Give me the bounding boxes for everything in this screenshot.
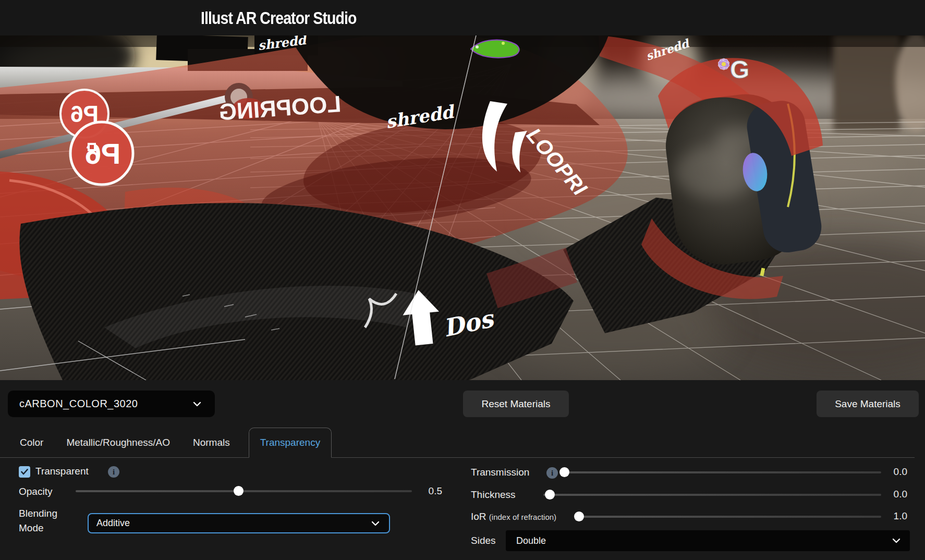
slider-track[interactable] bbox=[564, 471, 881, 473]
slider-thumb[interactable] bbox=[234, 486, 244, 496]
opacity-slider[interactable] bbox=[76, 486, 412, 496]
chevron-down-icon bbox=[193, 401, 201, 407]
thickness-label: Thickness bbox=[471, 489, 516, 501]
reset-materials-button[interactable]: Reset Materials bbox=[463, 391, 569, 417]
ior-slider[interactable] bbox=[579, 512, 881, 521]
thickness-value: 0.0 bbox=[881, 489, 907, 500]
chevron-down-icon bbox=[371, 521, 380, 526]
sides-select[interactable]: Double bbox=[506, 530, 910, 551]
app-window: Illust AR Creator Studio bbox=[0, 0, 925, 560]
material-select[interactable]: cARBON_COLOR_3020 bbox=[8, 391, 215, 417]
tab-color[interactable]: Color bbox=[8, 428, 55, 457]
g-decal-text: G bbox=[730, 56, 749, 83]
slider-thumb[interactable] bbox=[559, 467, 569, 477]
slider-track[interactable] bbox=[543, 494, 881, 496]
materials-panel: cARBON_COLOR_3020 Reset Materials Save M… bbox=[0, 380, 925, 560]
material-tabs: Color Metallic/Roughness/AO Normals Tran… bbox=[0, 428, 915, 458]
3d-viewport[interactable]: P6 P6 LOOPRING shredd shredd shredd LOOP… bbox=[0, 35, 925, 380]
3d-scene-canvas: P6 P6 LOOPRING shredd shredd shredd LOOP… bbox=[0, 35, 925, 380]
blending-mode-value: Additive bbox=[96, 518, 371, 529]
save-materials-button[interactable]: Save Materials bbox=[817, 391, 919, 417]
ior-label: IoR (index of refraction) bbox=[471, 511, 556, 522]
opacity-label: Opacity bbox=[19, 486, 52, 497]
transparent-label: Transparent bbox=[35, 466, 89, 477]
title-bar: Illust AR Creator Studio bbox=[0, 0, 925, 35]
blending-mode-select[interactable]: Additive bbox=[88, 513, 390, 533]
tab-normals[interactable]: Normals bbox=[181, 428, 241, 457]
opacity-value: 0.5 bbox=[407, 485, 442, 497]
info-icon[interactable]: i bbox=[546, 467, 558, 479]
transmission-slider[interactable] bbox=[564, 467, 881, 477]
tab-transparency[interactable]: Transparency bbox=[249, 428, 332, 458]
app-title: Illust AR Creator Studio bbox=[201, 8, 357, 29]
badge-text-large: P6 bbox=[85, 137, 121, 170]
ior-value: 1.0 bbox=[881, 510, 907, 522]
transmission-value: 0.0 bbox=[881, 466, 907, 478]
tab-metallic-roughness-ao[interactable]: Metallic/Roughness/AO bbox=[55, 428, 181, 457]
slider-thumb[interactable] bbox=[545, 490, 555, 500]
chevron-down-icon bbox=[892, 538, 900, 543]
slider-track[interactable] bbox=[579, 516, 881, 518]
ior-sublabel: (index of refraction) bbox=[489, 513, 556, 521]
slider-track[interactable] bbox=[76, 490, 412, 492]
sides-label: Sides bbox=[471, 535, 496, 546]
sides-value: Double bbox=[516, 535, 892, 546]
info-icon[interactable]: i bbox=[108, 466, 119, 478]
material-select-value: cARBON_COLOR_3020 bbox=[19, 398, 193, 410]
blending-mode-label: Blending Mode bbox=[19, 506, 57, 535]
check-icon bbox=[21, 469, 28, 475]
transparent-checkbox[interactable] bbox=[19, 466, 30, 478]
slider-thumb[interactable] bbox=[574, 512, 584, 521]
thickness-slider[interactable] bbox=[543, 490, 881, 500]
transmission-label: Transmission bbox=[471, 467, 529, 478]
